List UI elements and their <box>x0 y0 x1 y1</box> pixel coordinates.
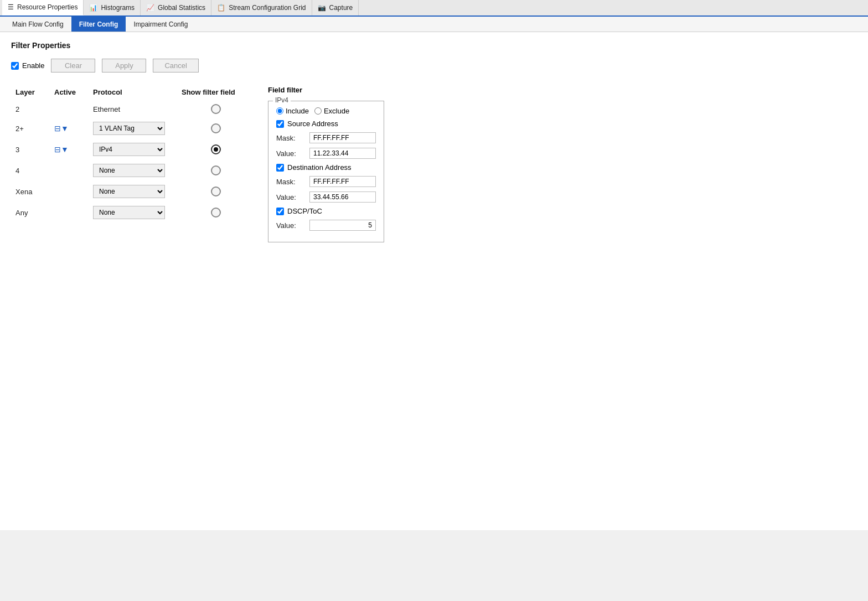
layer-cell: Any <box>11 208 50 218</box>
show-filter-cell[interactable] <box>177 103 255 115</box>
table-row: 2 Ethernet <box>11 103 255 115</box>
dest-address-checkbox[interactable] <box>276 164 284 172</box>
field-filter-panel: IPv4 Include Exclude Source Address <box>268 101 384 242</box>
active-cell <box>50 108 89 110</box>
table-row: Xena None <box>11 184 255 199</box>
dscp-toc-label[interactable]: DSCP/ToC <box>287 207 322 215</box>
show-filter-radio[interactable] <box>211 123 221 133</box>
include-radio-label[interactable]: Include <box>276 107 309 115</box>
show-filter-radio[interactable] <box>211 208 221 217</box>
global-statistics-icon: 📈 <box>146 4 154 12</box>
panel-title: IPv4 <box>273 96 291 104</box>
active-cell <box>50 190 89 193</box>
table-row: 2+ ⊟▼ 1 VLAN Tag 2 VLAN Tags None <box>11 121 255 136</box>
header-protocol: Protocol <box>89 86 177 99</box>
include-exclude-row: Include Exclude <box>276 107 376 115</box>
tab-main-flow-config[interactable]: Main Flow Config <box>4 17 71 32</box>
dest-address-label[interactable]: Destination Address <box>287 163 352 172</box>
protocol-select-any[interactable]: None <box>93 206 165 219</box>
table-header-row: Layer Active Protocol Show filter field <box>11 86 255 99</box>
protocol-cell[interactable]: 1 VLAN Tag 2 VLAN Tags None <box>89 121 177 136</box>
filter-table-area: Layer Active Protocol Show filter field … <box>11 86 857 242</box>
protocol-cell[interactable]: None TCP UDP <box>89 163 177 178</box>
filter-table: Layer Active Protocol Show filter field … <box>11 86 255 226</box>
protocol-select-4[interactable]: None TCP UDP <box>93 164 165 177</box>
dest-mask-label: Mask: <box>276 178 304 186</box>
stream-config-icon: 📋 <box>217 4 225 12</box>
table-row: 4 None TCP UDP <box>11 163 255 178</box>
source-mask-row: Mask: <box>276 132 376 143</box>
exclude-radio[interactable] <box>314 107 322 115</box>
toolbar-row: Enable Clear Apply Cancel <box>11 59 857 72</box>
tab-resource-properties[interactable]: ☰ Resource Properties <box>2 0 84 15</box>
mask-label: Mask: <box>276 134 304 142</box>
source-value-input[interactable] <box>309 148 376 159</box>
tab-global-statistics[interactable]: 📈 Global Statistics <box>141 0 211 15</box>
dscp-toc-checkbox[interactable] <box>276 208 284 215</box>
protocol-select-3[interactable]: IPv4 IPv6 None <box>93 143 165 156</box>
show-filter-cell[interactable] <box>177 164 255 177</box>
active-cell <box>50 169 89 172</box>
active-cell <box>50 211 89 214</box>
header-show-filter-field: Show filter field <box>177 86 255 99</box>
show-filter-radio[interactable] <box>211 104 221 114</box>
show-filter-radio[interactable] <box>211 165 221 175</box>
dest-value-input[interactable] <box>309 191 376 203</box>
dest-value-label: Value: <box>276 193 304 201</box>
field-filter-area: Field filter IPv4 Include Exclude <box>268 86 384 242</box>
dest-mask-row: Mask: <box>276 176 376 187</box>
top-tab-bar: ☰ Resource Properties 📊 Histograms 📈 Glo… <box>0 0 868 17</box>
show-filter-cell[interactable] <box>177 122 255 134</box>
sub-tab-bar: Main Flow Config Filter Config Impairmen… <box>0 17 868 32</box>
table-row: Any None <box>11 205 255 220</box>
protocol-select-2plus[interactable]: 1 VLAN Tag 2 VLAN Tags None <box>93 122 165 135</box>
dest-mask-input[interactable] <box>309 176 376 187</box>
dest-value-row: Value: <box>276 191 376 203</box>
enable-checkbox-row: Enable <box>11 61 44 70</box>
show-filter-cell[interactable] <box>177 206 255 219</box>
dscp-value-input[interactable] <box>309 220 376 231</box>
value-label: Value: <box>276 149 304 158</box>
layer-cell: 2 <box>11 104 50 115</box>
tab-stream-config-grid[interactable]: 📋 Stream Configuration Grid <box>211 0 312 15</box>
enable-label[interactable]: Enable <box>22 61 44 70</box>
protocol-cell[interactable]: None <box>89 205 177 220</box>
dscp-toc-row: DSCP/ToC <box>276 207 376 215</box>
show-filter-radio[interactable] <box>211 144 221 154</box>
clear-button[interactable]: Clear <box>51 59 95 72</box>
protocol-cell[interactable]: None <box>89 184 177 199</box>
resource-properties-icon: ☰ <box>8 3 14 11</box>
source-address-label[interactable]: Source Address <box>287 120 338 128</box>
field-filter-header: Field filter <box>268 86 384 94</box>
source-address-checkbox[interactable] <box>276 120 284 128</box>
include-radio[interactable] <box>276 107 283 115</box>
tab-impairment-config[interactable]: Impairment Config <box>126 17 195 32</box>
protocol-cell[interactable]: IPv4 IPv6 None <box>89 142 177 157</box>
show-filter-cell[interactable] <box>177 185 255 198</box>
source-address-row: Source Address <box>276 120 376 128</box>
show-filter-radio[interactable] <box>211 186 221 196</box>
table-row: 3 ⊟▼ IPv4 IPv6 None <box>11 142 255 157</box>
enable-checkbox[interactable] <box>11 62 19 70</box>
protocol-select-xena[interactable]: None <box>93 185 165 198</box>
show-filter-cell[interactable] <box>177 143 255 156</box>
capture-icon: 📷 <box>318 4 326 12</box>
active-cell: ⊟▼ <box>50 123 89 134</box>
layer-cell: 2+ <box>11 123 50 134</box>
source-mask-input[interactable] <box>309 132 376 143</box>
dscp-value-row: Value: <box>276 220 376 231</box>
exclude-radio-label[interactable]: Exclude <box>314 107 349 115</box>
layer-cell: 4 <box>11 165 50 176</box>
source-value-row: Value: <box>276 148 376 159</box>
tab-histograms[interactable]: 📊 Histograms <box>84 0 141 15</box>
dest-address-row: Destination Address <box>276 163 376 172</box>
tab-filter-config[interactable]: Filter Config <box>71 17 126 32</box>
header-layer: Layer <box>11 86 50 99</box>
active-cell: ⊟▼ <box>50 144 89 155</box>
protocol-cell: Ethernet <box>89 104 177 115</box>
filter-active-icon: ⊟▼ <box>54 145 69 154</box>
tab-capture[interactable]: 📷 Capture <box>312 0 359 15</box>
header-active: Active <box>50 86 89 99</box>
apply-button[interactable]: Apply <box>102 59 146 72</box>
cancel-button[interactable]: Cancel <box>153 59 198 72</box>
